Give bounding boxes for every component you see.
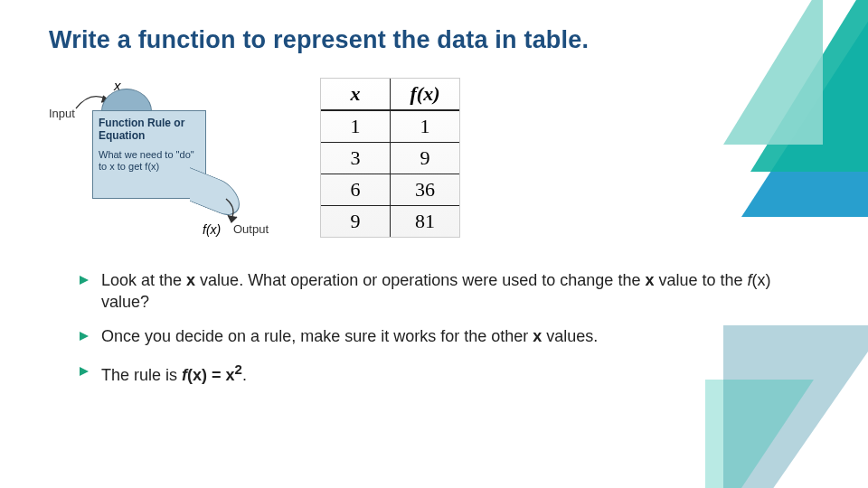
table-header: x (321, 79, 391, 110)
machine-box-subtitle: What we need to "do" to x to get f(x) (93, 144, 205, 173)
content-row: Input x Function Rule or Equation What w… (49, 78, 819, 249)
list-item: Once you decide on a rule, make sure it … (80, 325, 819, 347)
table-row: 39 (321, 142, 459, 174)
output-arrow-icon (224, 197, 251, 224)
table-header: f(x) (391, 79, 460, 110)
bullet-list: Look at the x value. What operation or o… (80, 269, 819, 386)
fx-label: f(x) (203, 222, 221, 237)
slide-title: Write a function to represent the data i… (49, 25, 819, 56)
table-row: 636 (321, 174, 459, 205)
slide: Write a function to represent the data i… (0, 0, 868, 488)
data-table: x f(x) 11 39 636 981 (320, 78, 460, 238)
table-row: 981 (321, 205, 459, 237)
decorative-triangle (705, 380, 814, 488)
list-item: Look at the x value. What operation or o… (80, 269, 819, 314)
table-header-row: x f(x) (321, 79, 459, 110)
input-label: Input (49, 107, 75, 120)
machine-box-title: Function Rule or Equation (93, 111, 205, 144)
table-row: 11 (321, 110, 459, 143)
list-item: The rule is f(x) = x2. (80, 361, 819, 386)
function-machine-diagram: Input x Function Rule or Equation What w… (49, 78, 248, 249)
output-label: Output (233, 222, 269, 236)
